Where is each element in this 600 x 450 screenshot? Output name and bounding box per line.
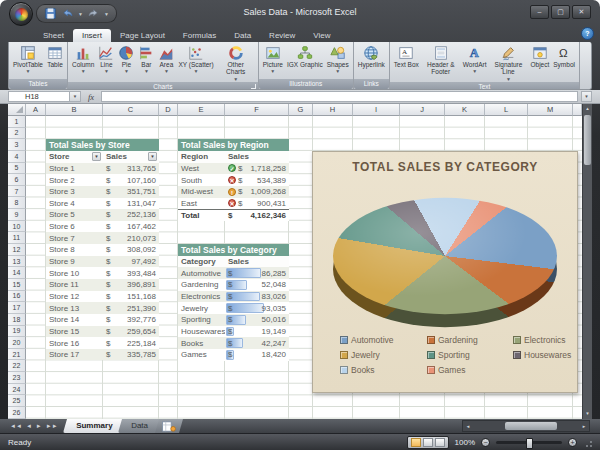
insert-worksheet-button[interactable] [155,419,183,433]
column-header-c[interactable]: C [103,104,159,116]
ribbon-tab-sheet[interactable]: Sheet [34,29,73,42]
row-header-1[interactable]: 1 [8,116,26,128]
ribbon-tab-view[interactable]: View [304,29,339,42]
category-sales-cell[interactable]: $18,420 [225,349,289,361]
store-sales-cell[interactable]: $107,160 [103,174,159,186]
category-sales-cell[interactable]: $83,026 [225,291,289,303]
store-table-row[interactable]: Store 16$225,184 [46,337,159,349]
zoom-slider[interactable] [496,441,562,444]
row-header-7[interactable]: 7 [8,186,26,198]
store-name-cell[interactable]: Store 10 [46,269,103,278]
store-sales-cell[interactable]: $167,462 [103,221,159,233]
row-header-5[interactable]: 5 [8,163,26,175]
region-sales-cell[interactable]: !$1,009,268 [225,186,289,198]
store-sales-cell[interactable]: $97,492 [103,256,159,268]
category-table-row[interactable]: Games$18,420 [178,349,289,361]
store-sales-cell[interactable]: $131,047 [103,198,159,210]
row-header-17[interactable]: 17 [8,302,26,314]
store-table-row[interactable]: Store 2$107,160 [46,174,159,186]
row-header-3[interactable]: 3 [8,139,26,151]
category-sales-cell[interactable]: $86,285 [225,267,289,279]
category-table-row[interactable]: Jewelry$93,035 [178,302,289,314]
column-header-f[interactable]: F [225,104,289,116]
store-table-row[interactable]: Store 6$167,462 [46,221,159,233]
column-header-h[interactable]: H [313,104,353,116]
name-box-dropdown[interactable]: ▼ [70,91,81,102]
store-sales-cell[interactable]: $151,168 [103,291,159,303]
store-name-cell[interactable]: Store 4 [46,199,103,208]
row-header-22[interactable]: 22 [8,360,26,372]
category-table-row[interactable]: Sporting$50,016 [178,314,289,326]
store-sales-cell[interactable]: $351,751 [103,186,159,198]
horizontal-scroll-thumb[interactable] [505,422,557,430]
store-sales-cell[interactable]: $251,390 [103,302,159,314]
row-header-12[interactable]: 12 [8,244,26,256]
store-name-cell[interactable]: Store 16 [46,339,103,348]
region-table-row[interactable]: West✓$1,718,258 [178,163,289,175]
store-name-cell[interactable]: Store 7 [46,234,103,243]
horizontal-scrollbar[interactable]: ◄ ► [462,420,590,432]
ribbon-button-header-footer[interactable]: Header & Footer [421,43,461,82]
row-header-21[interactable]: 21 [8,349,26,361]
help-button[interactable]: ? [581,27,594,40]
category-name-cell[interactable]: Electronics [178,292,225,301]
total-value-cell[interactable]: $4,162,346 [225,210,289,221]
ribbon-tab-review[interactable]: Review [260,29,304,42]
store-table-row[interactable]: Store 14$392,776 [46,314,159,326]
formula-input[interactable] [101,91,578,102]
row-header-4[interactable]: 4 [8,151,26,163]
filter-dropdown-button[interactable]: ▼ [92,152,101,161]
store-table-row[interactable]: Store 11$396,891 [46,279,159,291]
close-button[interactable]: ✕ [572,5,591,19]
row-header-24[interactable]: 24 [8,384,26,396]
zoom-slider-thumb[interactable] [526,438,533,449]
row-header-6[interactable]: 6 [8,174,26,186]
zoom-level[interactable]: 100% [455,438,475,447]
category-sales-cell[interactable]: $52,048 [225,279,289,291]
ribbon-button-bar[interactable]: Bar▼ [136,43,156,82]
column-header-g[interactable]: G [289,104,313,116]
store-table-row[interactable]: Store 4$131,047 [46,198,159,210]
store-sales-cell[interactable]: $392,776 [103,314,159,326]
store-table-row[interactable]: Store 8$308,092 [46,244,159,256]
column-header-b[interactable]: B [46,104,103,116]
column-header-a[interactable]: A [26,104,46,116]
minimize-button[interactable]: – [530,5,549,19]
last-sheet-button[interactable]: ►► [44,419,60,433]
store-name-cell[interactable]: Store 5 [46,210,103,219]
store-sales-cell[interactable]: $393,484 [103,267,159,279]
store-sales-cell[interactable]: $252,136 [103,209,159,221]
ribbon-button-igx-graphic[interactable]: IGX Graphic [285,43,325,79]
store-sales-cell[interactable]: $210,073 [103,232,159,244]
dialog-launcher-icon[interactable] [251,84,256,89]
store-table-row[interactable]: Store 9$97,492 [46,256,159,268]
total-label-cell[interactable]: Total [178,211,225,220]
category-name-cell[interactable]: Sporting [178,315,225,324]
category-table-row[interactable]: Electronics$83,026 [178,291,289,303]
ribbon-button-object[interactable]: Object [528,43,551,82]
store-table-row[interactable]: Store 13$251,390 [46,302,159,314]
page-break-view-button[interactable] [435,438,445,447]
store-name-cell[interactable]: Store 9 [46,257,103,266]
normal-view-button[interactable] [411,438,421,447]
vertical-scroll-thumb[interactable] [584,115,591,165]
store-name-cell[interactable]: Store 8 [46,245,103,254]
row-header-25[interactable]: 25 [8,395,26,407]
store-table-row[interactable]: Store 10$393,484 [46,267,159,279]
column-header-e[interactable]: E [178,104,225,116]
ribbon-tab-formulas[interactable]: Formulas [174,29,225,42]
row-header-20[interactable]: 20 [8,337,26,349]
category-name-cell[interactable]: Jewelry [178,304,225,313]
insert-function-button[interactable]: fx [81,92,101,102]
resize-grip[interactable] [583,438,592,447]
category-name-cell[interactable]: Games [178,350,225,359]
region-sales-cell[interactable]: ✓$1,718,258 [225,163,289,175]
store-table-row[interactable]: Store 1$313,765 [46,163,159,175]
store-sales-cell[interactable]: $313,765 [103,163,159,175]
region-name-cell[interactable]: East [178,199,225,208]
maximize-button[interactable]: ▢ [551,5,570,19]
ribbon-button-shapes[interactable]: Shapes▼ [325,43,351,79]
store-name-cell[interactable]: Store 6 [46,222,103,231]
expand-formula-bar-button[interactable]: ▼ [581,91,592,102]
ribbon-button-wordart[interactable]: AWordArt▼ [461,43,489,82]
